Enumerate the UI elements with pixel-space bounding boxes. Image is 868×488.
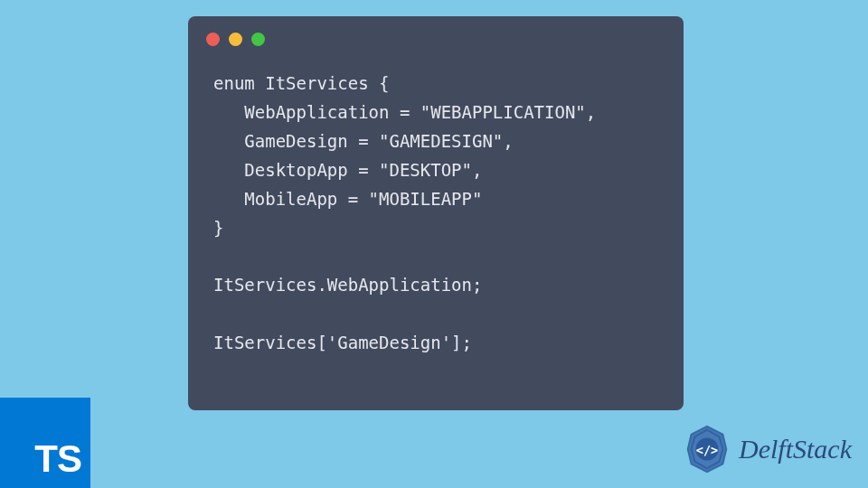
delftstack-brand-name: DelftStack [739,434,852,465]
minimize-icon [229,33,242,46]
delftstack-brand: </> DelftStack [681,423,852,475]
close-icon [206,33,220,46]
svg-text:</>: </> [696,443,718,457]
maximize-icon [251,33,265,46]
code-window: enum ItServices { WebApplication = "WEBA… [188,16,684,410]
delftstack-logo-icon: </> [681,423,733,475]
typescript-badge-label: TS [34,437,81,481]
typescript-badge: TS [0,398,90,488]
window-controls [188,16,684,53]
code-content: enum ItServices { WebApplication = "WEBA… [188,53,684,374]
